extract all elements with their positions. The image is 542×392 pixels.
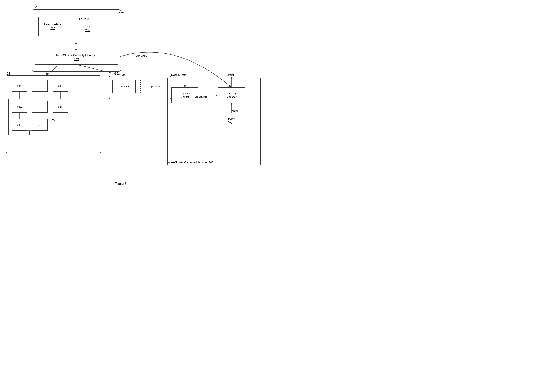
label-api-calls: API calls	[136, 54, 147, 58]
box-204: DPM 204	[75, 22, 100, 34]
label-figure: Figure 2	[115, 182, 126, 186]
box-215: 215	[32, 101, 48, 113]
box-216: 216	[53, 101, 68, 113]
label-201: 201	[119, 10, 124, 13]
box-202: User Interface 202	[38, 17, 67, 36]
ui-label-line1: User Interface	[44, 22, 61, 27]
box-211: 211	[12, 80, 27, 92]
box-217: 217	[12, 119, 27, 131]
label-system-stats: System Stats	[171, 74, 186, 76]
box-capacity-monitor: Capacity Monitor	[171, 87, 198, 103]
label-21: 21	[7, 72, 10, 75]
box-repository: Repository	[141, 80, 168, 93]
box-214: 214	[12, 101, 27, 113]
ui-label-line2: 202	[50, 27, 55, 30]
svg-marker-10	[123, 74, 126, 76]
label-iccm-bottom: Inter-Cluster Capacity Manager 205	[167, 161, 214, 164]
box-213: 213	[53, 80, 68, 92]
label-20: 20	[35, 5, 38, 9]
box-212: 212	[32, 80, 48, 92]
label-policies: Policies	[230, 110, 238, 112]
box-policy-engine: Policy Engine	[218, 113, 245, 128]
label-22: 22	[52, 119, 56, 122]
iccm-top-label: Inter-Cluster Capacity Manager	[56, 53, 97, 57]
box-205-top: Inter-Cluster Capacity Manager 205	[35, 50, 118, 64]
label-23: 23	[115, 72, 118, 75]
box-capacity-manager: Capacity Manager	[218, 87, 245, 103]
label-control: Control	[226, 74, 234, 76]
box-218: 218	[32, 119, 48, 131]
dpm-label-line2: 204	[85, 28, 90, 32]
dpm-label-line1: DPM	[84, 25, 91, 28]
box-cluster-b: Cluster B	[113, 80, 136, 93]
svg-marker-9	[45, 74, 48, 75]
arrow-201-205	[76, 43, 76, 50]
diagram: 20 201 User Interface 202 DRS 203 DPM 20…	[0, 0, 271, 196]
label-capacity-info: Capacity Info	[195, 96, 207, 98]
drs-label: DRS 203	[78, 17, 89, 21]
iccm-top-205: 205	[74, 57, 79, 61]
